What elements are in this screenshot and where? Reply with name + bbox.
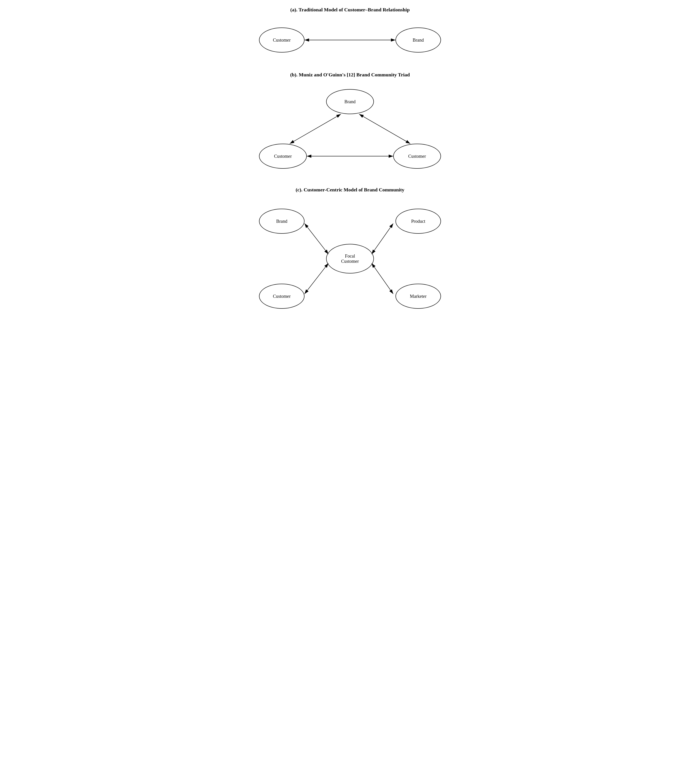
diagram-c-title: (c). Customer-Centric Model of Brand Com… (252, 187, 448, 193)
diagram-b: (b). Muniz and O'Guinn's [12] Brand Comm… (252, 72, 448, 173)
svg-line-12 (305, 263, 328, 294)
diagram-a-arrows (252, 22, 448, 58)
node-c-brand: Brand (259, 209, 305, 234)
svg-line-5 (290, 114, 341, 144)
diagram-b-area: Brand Customer Customer (252, 87, 448, 173)
diagram-a-title: (a). Traditional Model of Customer–Brand… (252, 7, 448, 13)
diagram-b-title: (b). Muniz and O'Guinn's [12] Brand Comm… (252, 72, 448, 78)
svg-line-6 (359, 114, 410, 144)
node-c-marketer: Marketer (395, 284, 441, 309)
diagram-c-area: Brand Product Focal Customer Customer Ma… (252, 202, 448, 316)
node-c-focal: Focal Customer (326, 244, 374, 273)
diagram-b-arrows (252, 87, 448, 173)
svg-line-11 (372, 223, 393, 254)
node-c-customer: Customer (259, 284, 305, 309)
diagram-a: (a). Traditional Model of Customer–Brand… (252, 7, 448, 58)
diagram-a-area: Customer Brand (252, 22, 448, 58)
diagram-c: (c). Customer-Centric Model of Brand Com… (252, 187, 448, 316)
svg-line-13 (372, 263, 393, 294)
node-c-product: Product (395, 209, 441, 234)
svg-line-10 (305, 223, 328, 254)
